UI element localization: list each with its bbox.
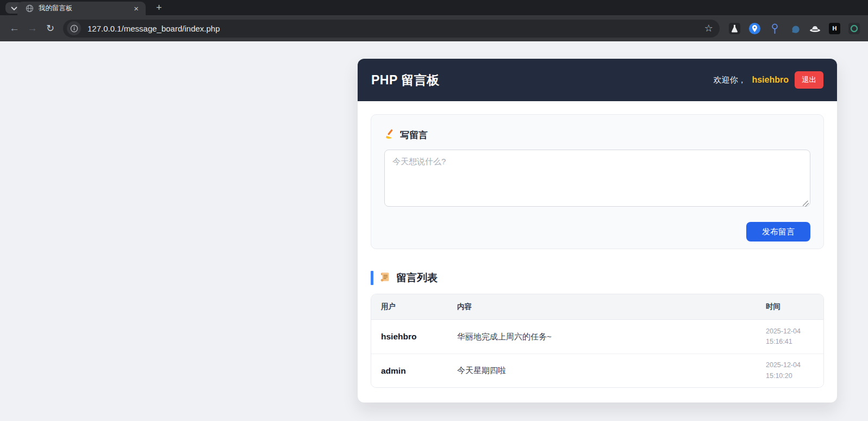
message-table: 用户 内容 时间 hsiehbro 华丽地完成上周六的任务~ 2025-12-0… (371, 294, 824, 388)
username: hsiehbro (752, 75, 789, 85)
board-header: PHP 留言板 欢迎你， hsiehbro 退出 (358, 59, 837, 101)
table-header-row: 用户 内容 时间 (371, 294, 823, 320)
message-board-card: PHP 留言板 欢迎你， hsiehbro 退出 写留言 (358, 59, 837, 403)
url-text[interactable]: 127.0.0.1/message_board/index.php (88, 24, 704, 33)
browser-window: 我的留言板 × + ← → ↻ 127.0.0.1/message_board/… (0, 0, 868, 421)
location-pin-icon[interactable] (748, 22, 761, 35)
page-content: PHP 留言板 欢迎你， hsiehbro 退出 写留言 (0, 41, 868, 421)
message-list-heading: 留言列表 (371, 271, 824, 285)
h-badge-icon[interactable]: H (829, 23, 840, 34)
globe-favicon-icon (26, 4, 34, 13)
compose-card: 写留言 发布留言 (371, 114, 824, 249)
message-content: 华丽地完成上周六的任务~ (457, 332, 766, 342)
address-bar[interactable]: 127.0.0.1/message_board/index.php ☆ (63, 20, 720, 38)
message-list-title: 留言列表 (396, 271, 438, 285)
header-user-area: 欢迎你， hsiehbro 退出 (713, 71, 823, 89)
blob-icon[interactable] (789, 22, 801, 35)
message-time: 2025-12-04 15:10:20 (766, 360, 811, 381)
chevron-down-icon (11, 3, 17, 13)
forward-button[interactable]: → (23, 22, 41, 34)
browser-toolbar: ← → ↻ 127.0.0.1/message_board/index.php … (0, 15, 868, 41)
compose-heading-label: 写留言 (400, 129, 428, 141)
bookmark-star-icon[interactable]: ☆ (704, 23, 713, 33)
message-clock: 15:16:41 (766, 338, 792, 345)
tab-strip: 我的留言板 × + (0, 0, 868, 15)
publish-message-button[interactable]: 发布留言 (746, 222, 810, 242)
logout-button[interactable]: 退出 (795, 71, 823, 89)
compose-heading: 写留言 (384, 128, 810, 142)
message-input-wrapper (384, 150, 810, 209)
message-content: 今天星期四啦 (457, 366, 766, 376)
teal-ring-icon[interactable] (848, 22, 860, 35)
message-user: admin (381, 366, 457, 376)
message-user: hsiehbro (381, 332, 457, 342)
message-clock: 15:10:20 (766, 372, 792, 380)
message-input[interactable] (384, 150, 810, 207)
browser-tab[interactable]: 我的留言板 × (17, 2, 146, 15)
column-header-content: 内容 (457, 302, 766, 312)
new-tab-button[interactable]: + (152, 1, 166, 15)
tab-close-icon[interactable]: × (132, 3, 141, 14)
map-pin-outline-icon[interactable] (769, 22, 781, 35)
flask-icon[interactable] (728, 22, 741, 35)
message-date: 2025-12-04 (766, 361, 801, 369)
fedora-hat-icon[interactable] (809, 22, 821, 35)
scroll-icon (379, 271, 391, 285)
writing-hand-icon (384, 128, 396, 142)
tab-title: 我的留言板 (39, 4, 132, 13)
board-body: 写留言 发布留言 留言列表 (358, 101, 837, 401)
column-header-time: 时间 (766, 302, 811, 312)
message-time: 2025-12-04 15:16:41 (766, 326, 811, 348)
textarea-resize-handle[interactable] (803, 201, 809, 207)
column-header-user: 用户 (381, 302, 457, 312)
extensions-area: H (728, 22, 860, 35)
site-info-icon[interactable] (67, 21, 81, 35)
reload-button[interactable]: ↻ (41, 22, 59, 34)
compose-actions: 发布留言 (384, 222, 810, 242)
table-row: admin 今天星期四啦 2025-12-04 15:10:20 (371, 354, 823, 387)
page-title: PHP 留言板 (371, 72, 440, 89)
message-date: 2025-12-04 (766, 327, 801, 335)
accent-bar (371, 271, 373, 285)
table-row: hsiehbro 华丽地完成上周六的任务~ 2025-12-04 15:16:4… (371, 320, 823, 354)
welcome-text: 欢迎你， (713, 75, 746, 85)
back-button[interactable]: ← (5, 22, 23, 34)
